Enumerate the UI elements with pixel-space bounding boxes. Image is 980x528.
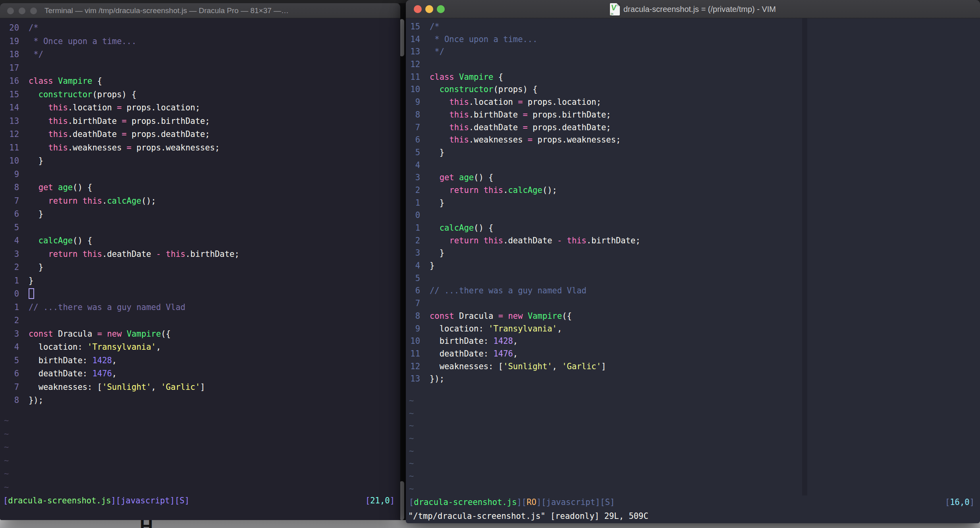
- code-line[interactable]: 2 return this.deathDate - this.birthDate…: [406, 235, 980, 247]
- code-line[interactable]: 19 * Once upon a time...: [0, 35, 400, 48]
- code-line[interactable]: 2: [0, 314, 400, 328]
- code-line[interactable]: 5: [406, 272, 980, 285]
- code-token: =: [518, 97, 523, 107]
- macvim-titlebar[interactable]: V js dracula-screenshot.js = (/private/t…: [406, 0, 980, 18]
- code-line[interactable]: 15/*: [406, 21, 980, 33]
- vim-buffer[interactable]: 15/*14 * Once upon a time...13 */1211cla…: [406, 18, 980, 385]
- code-line[interactable]: 10 birthDate: 1428,: [406, 335, 980, 348]
- code-line[interactable]: 13 this.birthDate = props.birthDate;: [0, 115, 400, 128]
- code-line[interactable]: 12: [406, 58, 980, 71]
- code-line[interactable]: 10 constructor(props) {: [406, 83, 980, 96]
- code-line[interactable]: 8});: [0, 394, 400, 407]
- document-icon[interactable]: V js: [610, 3, 620, 15]
- code-line[interactable]: 7 return this.calcAge();: [0, 195, 400, 208]
- code-line[interactable]: 1 calcAge() {: [406, 222, 980, 235]
- code-text: location: 'Transylvania',: [19, 342, 161, 352]
- code-line[interactable]: 7: [406, 297, 980, 310]
- code-line[interactable]: 2 }: [0, 261, 400, 274]
- code-line[interactable]: 6 }: [0, 208, 400, 221]
- code-line[interactable]: 15 constructor(props) {: [0, 88, 400, 102]
- zoom-button[interactable]: [30, 8, 37, 14]
- code-line[interactable]: 3 return this.deathDate - this.birthDate…: [0, 248, 400, 261]
- close-button[interactable]: [7, 8, 14, 14]
- code-line[interactable]: 11 deathDate: 1476,: [406, 348, 980, 360]
- code-token: = new: [498, 311, 528, 321]
- code-line[interactable]: 9: [0, 168, 400, 181]
- line-number: 5: [410, 146, 420, 159]
- code-line[interactable]: 3 }: [406, 247, 980, 260]
- code-line[interactable]: 16class Vampire {: [0, 75, 400, 88]
- line-number: 4: [9, 341, 19, 354]
- code-line[interactable]: 18 */: [0, 48, 400, 62]
- code-line[interactable]: 3 get age() {: [406, 172, 980, 184]
- code-line[interactable]: 1 }: [406, 197, 980, 210]
- code-line[interactable]: 7 weaknesses: ['Sunlight', 'Garlic']: [0, 381, 400, 394]
- code-line[interactable]: 4 calcAge() {: [0, 234, 400, 248]
- code-line[interactable]: 20/*: [0, 21, 400, 35]
- code-token: }: [29, 209, 43, 219]
- code-line[interactable]: 1// ...there was a guy named Vlad: [0, 301, 400, 314]
- code-token: [29, 90, 39, 99]
- code-token: =: [523, 123, 528, 132]
- code-line[interactable]: 2 return this.calcAge();: [406, 184, 980, 197]
- code-line[interactable]: 6 deathDate: 1476,: [0, 367, 400, 381]
- code-token: 1476: [92, 369, 112, 378]
- code-token: -: [156, 249, 161, 259]
- code-text: weaknesses: ['Sunlight', 'Garlic']: [420, 362, 606, 371]
- code-line[interactable]: 3const Dracula = new Vampire({: [0, 328, 400, 341]
- code-token: get: [39, 183, 58, 192]
- code-line[interactable]: 14 * Once upon a time...: [406, 33, 980, 46]
- code-line[interactable]: 11 this.weaknesses = props.weaknesses;: [0, 141, 400, 155]
- code-line[interactable]: 9 this.location = props.location;: [406, 96, 980, 109]
- code-line[interactable]: 6 this.weaknesses = props.weaknesses;: [406, 134, 980, 146]
- code-text: * Once upon a time...: [420, 35, 538, 44]
- code-line[interactable]: 13 */: [406, 46, 980, 58]
- line-number: 1: [410, 222, 420, 235]
- terminal-titlebar[interactable]: Terminal — vim /tmp/dracula-screenshot.j…: [0, 3, 400, 18]
- code-line[interactable]: 8 this.birthDate = props.birthDate;: [406, 109, 980, 121]
- code-line[interactable]: 9 location: 'Transylvania',: [406, 323, 980, 335]
- code-line[interactable]: 1}: [0, 274, 400, 288]
- titlebar-center: V js dracula-screenshot.js = (/private/t…: [406, 0, 980, 18]
- code-line[interactable]: 8 get age() {: [0, 181, 400, 195]
- code-line[interactable]: 0: [0, 287, 400, 301]
- code-line[interactable]: 4}: [406, 260, 980, 272]
- code-line[interactable]: 5: [0, 221, 400, 235]
- line-number: 11: [410, 348, 420, 360]
- code-line[interactable]: 4: [406, 159, 980, 172]
- code-text: birthDate: 1428,: [420, 336, 518, 346]
- code-text: weaknesses: ['Sunlight', 'Garlic']: [19, 382, 205, 392]
- code-token: /*: [29, 23, 39, 33]
- line-number: 9: [410, 323, 420, 335]
- code-text: this.birthDate = props.birthDate;: [19, 116, 210, 126]
- code-line[interactable]: 8const Dracula = new Vampire({: [406, 310, 980, 323]
- empty-line-tilde: ~: [406, 483, 980, 495]
- code-line[interactable]: 17: [0, 62, 400, 75]
- code-line[interactable]: 12 weaknesses: ['Sunlight', 'Garlic']: [406, 360, 980, 373]
- code-line[interactable]: 7 this.deathDate = props.deathDate;: [406, 121, 980, 134]
- code-line[interactable]: 6// ...there was a guy named Vlad: [406, 285, 980, 297]
- code-line[interactable]: 11class Vampire {: [406, 71, 980, 84]
- line-number: 3: [410, 172, 420, 184]
- code-line[interactable]: 5 birthDate: 1428,: [0, 354, 400, 368]
- code-text: constructor(props) {: [420, 85, 538, 94]
- code-line[interactable]: 13});: [406, 373, 980, 385]
- line-number: 3: [9, 248, 19, 261]
- code-line[interactable]: 4 location: 'Transylvania',: [0, 341, 400, 354]
- code-line[interactable]: 5 }: [406, 146, 980, 159]
- code-line[interactable]: 14 this.location = props.location;: [0, 101, 400, 115]
- code-token: .deathDate: [102, 249, 156, 259]
- code-line[interactable]: 12 this.deathDate = props.deathDate;: [0, 128, 400, 141]
- minimize-button[interactable]: [19, 8, 25, 14]
- code-token: */: [430, 47, 444, 56]
- code-token: (props) {: [493, 85, 537, 94]
- code-text: });: [19, 395, 43, 405]
- code-token: .weaknesses: [68, 143, 127, 152]
- code-text: /*: [420, 22, 440, 31]
- code-text: get age() {: [420, 173, 493, 182]
- code-line[interactable]: 0: [406, 209, 980, 222]
- line-number: 2: [9, 314, 19, 328]
- vim-command-line: "/tmp/dracula-screenshot.js" [readonly] …: [406, 510, 980, 522]
- code-line[interactable]: 10 }: [0, 154, 400, 168]
- vim-buffer[interactable]: 20/*19 * Once upon a time...18 */1716cla…: [0, 20, 400, 407]
